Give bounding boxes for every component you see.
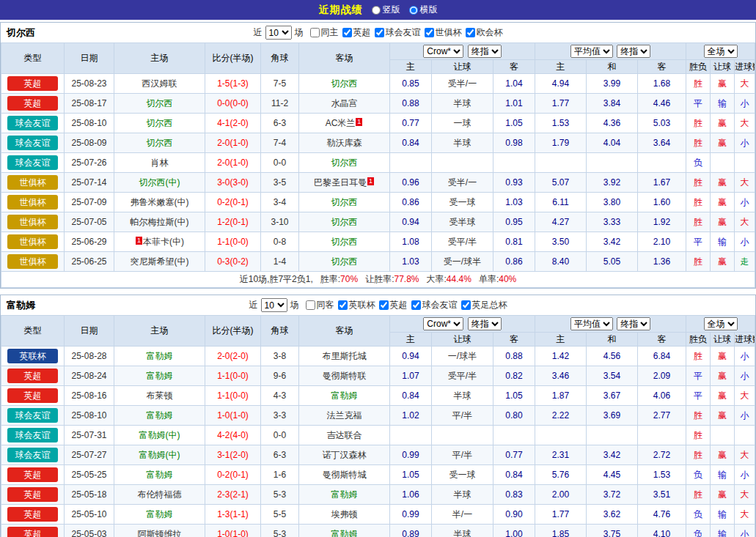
scope-select[interactable]: 全场 — [704, 317, 738, 330]
handicap-result: 输 — [711, 525, 735, 537]
layout-option-horizontal[interactable]: 横版 — [409, 4, 438, 16]
avg-stage-select[interactable]: 终指 — [617, 317, 650, 330]
corner-count: 5-3 — [261, 525, 299, 537]
section-header: 切尔西 近 10 场 同主英超球会友谊世俱杯欧会杯 — [1, 23, 755, 42]
match-date: 25-08-16 — [65, 386, 114, 406]
filter-checkbox-option[interactable]: 英超 — [342, 26, 371, 39]
avg-draw-odds: 4.36 — [587, 114, 638, 133]
avg-away-odds: 6.84 — [638, 347, 686, 366]
avg-source-select[interactable]: 平均值 — [570, 45, 613, 58]
summary-row: 近10场,胜7平2负1,胜率:70%让胜率:77.8%大率:44.4%单率:40… — [1, 272, 755, 288]
away-team: 切尔西 — [299, 212, 390, 232]
league-type-cell: 英超 — [1, 366, 65, 386]
col-header-date: 日期 — [65, 316, 114, 347]
match-date: 25-07-14 — [65, 173, 114, 193]
filter-checkbox-option[interactable]: 英联杯 — [338, 299, 375, 311]
filter-checkbox-group: 同主英超球会友谊世俱杯欧会杯 — [307, 26, 503, 40]
home-team: 富勒姆(中) — [114, 426, 205, 445]
filter-checkbox-input[interactable] — [310, 28, 320, 37]
odds-stage-select[interactable]: 终指 — [468, 45, 502, 58]
avg-source-select[interactable]: 平均值 — [570, 317, 613, 330]
corner-count: 11-2 — [261, 94, 299, 114]
horizontal-layout-radio[interactable] — [409, 6, 418, 15]
corner-count: 0-0 — [261, 153, 299, 173]
avg-draw-odds: 3.42 — [587, 445, 638, 465]
filter-checkbox-input[interactable] — [306, 300, 315, 310]
goals-result: 小 — [735, 232, 755, 252]
away-odds — [493, 426, 535, 445]
avg-home-odds: 3.50 — [535, 232, 587, 252]
goals-result: 大 — [735, 114, 755, 133]
avg-away-odds: 4.10 — [638, 525, 686, 537]
layout-option-vertical[interactable]: 竖版 — [372, 4, 400, 16]
filter-checkbox-option[interactable]: 欧会杯 — [466, 26, 503, 39]
filter-checkbox-option[interactable]: 英超 — [379, 299, 408, 311]
filter-checkbox-input[interactable] — [338, 300, 348, 310]
avg-home-odds: 3.46 — [535, 366, 587, 386]
filter-checkbox-input[interactable] — [466, 28, 475, 37]
win-loss-result: 胜 — [686, 133, 711, 153]
avg-draw-odds: 3.54 — [587, 366, 638, 386]
filter-checkbox-option[interactable]: 球会友谊 — [375, 26, 421, 39]
team-name-text: 切尔西 — [147, 138, 173, 148]
match-count-select[interactable]: 10 — [261, 298, 287, 312]
team-section: 富勒姆 近 10 场 同客英联杯英超球会友谊英足总杯 类型 日期 主场 比分(半… — [0, 295, 756, 537]
handicap-line: 一球 — [432, 114, 493, 133]
away-odds: 0.95 — [493, 212, 535, 232]
filter-checkbox-input[interactable] — [379, 300, 389, 310]
home-team: 切尔西(中) — [114, 173, 205, 193]
filter-checkbox-option[interactable]: 同主 — [310, 26, 339, 39]
filter-checkbox-option[interactable]: 世俱杯 — [425, 26, 462, 39]
home-odds: 0.94 — [390, 212, 432, 232]
match-score: 1-0(1-0) — [205, 406, 261, 426]
filter-checkbox-input[interactable] — [411, 300, 421, 310]
filter-checkbox-option[interactable]: 英足总杯 — [461, 299, 507, 311]
filter-checkbox-option[interactable]: 球会友谊 — [411, 299, 458, 311]
col-header-corner: 角球 — [261, 43, 299, 74]
handicap-result: 赢 — [711, 386, 735, 406]
league-badge: 球会友谊 — [7, 116, 58, 130]
corner-count: 5-3 — [261, 485, 299, 505]
filter-checkbox-option[interactable]: 同客 — [306, 299, 334, 311]
match-row: 英超25-08-24富勒姆1-1(0-0)9-6曼彻斯特联1.07受平/半0.8… — [1, 366, 755, 386]
filter-checkbox-label: 世俱杯 — [436, 26, 462, 39]
filter-checkbox-input[interactable] — [375, 28, 384, 37]
corner-count: 0-0 — [261, 426, 299, 445]
avg-draw-odds: 3.84 — [587, 94, 638, 114]
league-badge: 球会友谊 — [7, 155, 58, 170]
avg-home-odds: 4.94 — [535, 74, 587, 94]
match-count-select[interactable]: 10 — [265, 26, 292, 40]
win-loss-result: 胜 — [686, 252, 711, 272]
team-name-text: 富勒姆 — [331, 489, 358, 500]
match-row: 球会友谊25-08-10富勒姆1-0(1-0)3-3法兰克福1.02平/半0.8… — [1, 406, 755, 426]
match-row: 世俱杯25-07-14切尔西(中)3-0(3-0)3-5巴黎圣日耳曼10.96受… — [1, 173, 755, 193]
filter-checkbox-input[interactable] — [425, 28, 434, 37]
vertical-layout-radio[interactable] — [372, 6, 381, 15]
stat-label: 单率: — [479, 274, 499, 284]
corner-count: 3-10 — [261, 212, 299, 232]
team-name-text: 布伦特福德 — [138, 489, 182, 500]
match-row: 英超25-08-23西汉姆联1-5(1-3)7-5切尔西0.85受半/一1.04… — [1, 74, 755, 94]
sub-header-result: 胜负 — [686, 333, 711, 347]
handicap-line: 受一/球半 — [432, 252, 493, 272]
match-row: 球会友谊25-07-31富勒姆(中)4-2(4-0)0-0吉达联合胜 — [1, 426, 755, 445]
league-type-cell: 球会友谊 — [1, 153, 65, 173]
odds-provider-select[interactable]: Crow* — [423, 317, 463, 330]
scope-select[interactable]: 全场 — [704, 45, 738, 58]
handicap-result: 赢 — [711, 347, 735, 366]
filter-checkbox-input[interactable] — [342, 28, 352, 37]
corner-count: 3-4 — [261, 193, 299, 212]
away-team: 切尔西 — [299, 193, 390, 212]
avg-draw-odds: 3.42 — [587, 232, 638, 252]
avg-stage-select[interactable]: 终指 — [617, 45, 650, 58]
odds-provider-select[interactable]: Crow* — [423, 45, 463, 58]
match-score: 4-2(4-0) — [205, 426, 261, 445]
odds-stage-select[interactable]: 终指 — [468, 317, 502, 330]
away-odds: 0.86 — [493, 252, 535, 272]
goals-result: 小 — [735, 525, 755, 537]
match-row: 球会友谊25-08-10切尔西4-1(2-0)6-3AC米兰10.77一球1.0… — [1, 114, 755, 133]
filter-checkbox-input[interactable] — [461, 300, 471, 310]
filter-checkbox-label: 欧会杯 — [477, 26, 503, 39]
avg-draw-odds: 3.67 — [587, 386, 638, 406]
avg-home-odds: 1.53 — [535, 114, 587, 133]
